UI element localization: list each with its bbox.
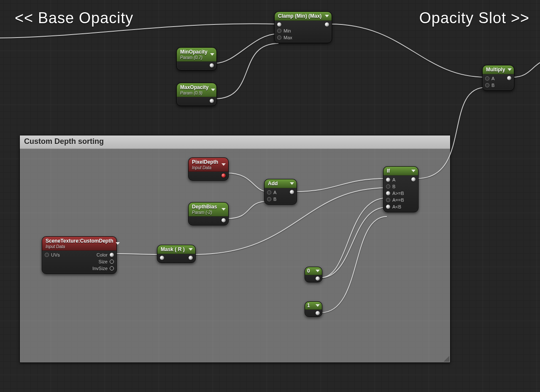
node-title: 0	[307, 268, 310, 274]
node-title: Mask ( R )	[161, 246, 185, 252]
chevron-down-icon[interactable]	[290, 182, 294, 185]
pin-in-max[interactable]: Max	[277, 35, 292, 40]
node-title: 1	[307, 303, 310, 308]
node-scene-texture-custom-depth[interactable]: SceneTexture:CustomDepth Input Data UVs …	[42, 236, 117, 274]
node-pixel-depth[interactable]: PixelDepth Input Data	[188, 157, 229, 181]
resize-handle-icon[interactable]	[443, 356, 449, 362]
chevron-down-icon[interactable]	[508, 68, 512, 71]
node-add[interactable]: Add A B	[264, 179, 297, 205]
comment-title[interactable]: Custom Depth sorting	[20, 135, 450, 149]
node-mask-r[interactable]: Mask ( R )	[157, 245, 196, 263]
pin-in-min[interactable]: Min	[277, 28, 291, 33]
node-min-opacity[interactable]: MinOpacity Param (0.7)	[176, 47, 217, 70]
pin-out[interactable]	[221, 173, 226, 178]
pin-in-uvs[interactable]: UVs	[45, 252, 60, 257]
node-if[interactable]: If A B A>=B A==B A<B	[383, 166, 418, 212]
pin-out[interactable]	[221, 218, 226, 222]
pin-in-b[interactable]: B	[485, 83, 494, 88]
pin-in[interactable]	[160, 256, 164, 260]
pin-out[interactable]	[325, 22, 329, 27]
chevron-down-icon[interactable]	[411, 170, 416, 172]
annotation-base-opacity: << Base Opacity	[15, 9, 133, 27]
chevron-down-icon[interactable]	[221, 163, 226, 166]
pin-out[interactable]	[411, 177, 416, 181]
pin-in-value[interactable]	[277, 22, 284, 27]
pin-in-altb[interactable]: A<B	[386, 204, 401, 209]
node-title: Multiply	[486, 67, 505, 73]
pin-out[interactable]	[210, 99, 214, 103]
pin-in-b[interactable]: B	[386, 184, 395, 189]
pin-in-a[interactable]: A	[485, 76, 494, 81]
pin-out-invsize[interactable]: InvSize	[92, 266, 114, 271]
pin-out[interactable]	[290, 190, 294, 194]
node-const-1[interactable]: 1	[305, 301, 322, 317]
node-title: If	[387, 168, 390, 174]
pin-in-aeqb[interactable]: A==B	[386, 197, 404, 203]
pin-in-b[interactable]: B	[267, 197, 276, 202]
pin-in-a[interactable]: A	[267, 190, 276, 195]
pin-in-ageb[interactable]: A>=B	[386, 191, 404, 196]
node-depth-bias[interactable]: DepthBias Param (-2)	[188, 202, 229, 225]
pin-out[interactable]	[316, 311, 320, 315]
pin-out[interactable]	[189, 256, 193, 260]
pin-out[interactable]	[507, 76, 511, 80]
node-title: SceneTexture:CustomDepth Input Data	[46, 238, 113, 249]
chevron-down-icon[interactable]	[189, 248, 193, 251]
chevron-down-icon[interactable]	[316, 270, 320, 272]
node-title: MinOpacity Param (0.7)	[180, 49, 208, 60]
chevron-down-icon[interactable]	[116, 242, 120, 245]
annotation-opacity-slot: Opacity Slot >>	[419, 9, 529, 27]
node-max-opacity[interactable]: MaxOpacity Param (0.9)	[176, 83, 217, 106]
node-title: Add	[268, 181, 278, 187]
node-multiply[interactable]: Multiply A B	[482, 65, 514, 91]
chevron-down-icon[interactable]	[221, 208, 226, 211]
pin-out-size[interactable]: Size	[99, 259, 114, 264]
chevron-down-icon[interactable]	[325, 15, 329, 17]
node-title: Clamp (Min) (Max)	[278, 13, 321, 19]
chevron-down-icon[interactable]	[210, 53, 214, 56]
pin-in-a[interactable]: A	[386, 177, 395, 182]
chevron-down-icon[interactable]	[316, 304, 320, 307]
node-title: MaxOpacity Param (0.9)	[180, 84, 208, 95]
pin-out[interactable]	[316, 276, 320, 281]
node-clamp[interactable]: Clamp (Min) (Max) Min Max	[274, 11, 332, 43]
node-const-0[interactable]: 0	[305, 267, 322, 282]
node-title: DepthBias Param (-2)	[192, 204, 217, 215]
node-title: PixelDepth Input Data	[192, 159, 218, 170]
pin-out-color[interactable]: Color	[97, 252, 114, 257]
chevron-down-icon[interactable]	[211, 89, 215, 91]
pin-out[interactable]	[210, 63, 214, 68]
